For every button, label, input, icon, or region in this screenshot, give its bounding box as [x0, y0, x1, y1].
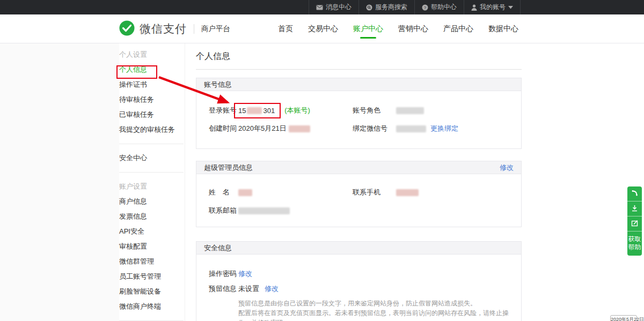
panel-title: 安全信息 [204, 243, 232, 253]
logo-subtitle: 商户平台 [201, 24, 230, 34]
admin-edit-link[interactable]: 修改 [500, 163, 514, 173]
topbar-item-messages[interactable]: 消息中心 [309, 0, 358, 14]
this-account-tag: (本账号) [284, 106, 310, 115]
account-info-panel-body: 登录账号 15 301 (本账号) 账号角色 [196, 91, 521, 148]
account-role-label: 账号角色 [353, 106, 396, 115]
topbar-item-label: 帮助中心 [431, 3, 457, 12]
operation-password-edit-link[interactable]: 修改 [238, 269, 252, 279]
left-gutter [0, 43, 119, 321]
sidebar-item-operation-certificate[interactable]: 操作证书 [119, 77, 185, 92]
download-button[interactable] [627, 201, 642, 217]
topbar: 消息中心 服务商搜索 ? 帮助中心 我的账号 [0, 0, 644, 14]
super-admin-panel-header: 超级管理员信息 修改 [196, 161, 521, 174]
redacted-contact-email [238, 207, 290, 214]
sidebar: 个人设置 个人信息 操作证书 待审核任务 已审核任务 我提交的审核任务 安全中心… [119, 43, 185, 321]
sidebar-item-api-security[interactable]: API安全 [119, 224, 185, 239]
sidebar-item-face-recognition-devices[interactable]: 刷脸智能设备 [119, 284, 185, 299]
reserved-info-description: 预留信息是由你自己设置的一段文字，用来鉴定网站身份，防止假冒网站造成损失。 配置… [238, 298, 521, 321]
security-info-panel: 安全信息 操作密码 修改 预留信息 未设置 修改 预留信息是由你自己设置的一段文… [196, 241, 522, 321]
created-time-label: 创建时间 [209, 124, 238, 133]
login-account-annotation-box: 15 301 [234, 103, 281, 118]
sidebar-item-review-config[interactable]: 审核配置 [119, 239, 185, 254]
created-time-value: 2020年5月21日 [238, 124, 287, 133]
sidebar-item-wechat-merchant-terminal[interactable]: 微信商户终端 [119, 299, 185, 314]
login-account-prefix: 15 [238, 107, 246, 115]
sidebar-group-personal-settings: 个人设置 [119, 47, 185, 62]
logo-divider [194, 24, 194, 34]
name-label: 姓 名 [209, 188, 238, 197]
redacted-name [238, 189, 252, 196]
redacted-contact-phone [396, 189, 419, 196]
security-info-panel-body: 操作密码 修改 预留信息 未设置 修改 预留信息是由你自己设置的一段文字，用来鉴… [196, 255, 521, 321]
main-nav: 首页 交易中心 账户中心 营销中心 产品中心 数据中心 [278, 14, 518, 43]
page: 消息中心 服务商搜索 ? 帮助中心 我的账号 [0, 0, 644, 321]
nav-item-home[interactable]: 首页 [278, 24, 293, 34]
redacted-login-middle [247, 107, 262, 114]
sidebar-divider [119, 172, 184, 173]
nav-item-product-center[interactable]: 产品中心 [443, 24, 473, 34]
description-line: 配置后将在首页及充值页面显示。若未看到预留信息，表明当前访问的网站存在风险，请终… [238, 308, 521, 321]
nav-item-account-center[interactable]: 账户中心 [353, 24, 383, 34]
nav-item-transaction-center[interactable]: 交易中心 [308, 24, 338, 34]
topbar-item-help-center[interactable]: ? 帮助中心 [414, 0, 464, 14]
contact-phone-label: 联系手机 [353, 188, 396, 197]
sidebar-item-invoice-info[interactable]: 发票信息 [119, 209, 185, 224]
main-content: 个人信息 账号信息 登录账号 15 301 (本账号) [196, 43, 522, 321]
topbar-item-label: 服务商搜索 [375, 3, 407, 12]
topbar-item-my-account[interactable]: 我的账号 [464, 0, 521, 14]
nav-item-marketing-center[interactable]: 营销中心 [398, 24, 428, 34]
user-icon [471, 4, 477, 11]
reserved-info-label: 预留信息 [209, 284, 238, 294]
topbar-item-label: 我的账号 [480, 3, 506, 12]
sidebar-item-wechat-group-management[interactable]: 微信群管理 [119, 254, 185, 269]
bound-wechat-label: 绑定微信号 [353, 124, 396, 133]
svg-text:?: ? [424, 5, 427, 10]
sidebar-item-my-submitted-tasks[interactable]: 我提交的审核任务 [119, 122, 185, 137]
sidebar-item-security-center[interactable]: 安全中心 [119, 151, 185, 166]
operation-password-label: 操作密码 [209, 269, 238, 279]
redacted-bound-wechat [396, 125, 426, 132]
wechat-pay-logo[interactable]: 微信支付 商户平台 [119, 14, 230, 43]
wechat-pay-logo-icon [119, 20, 135, 38]
panel-title: 超级管理员信息 [204, 163, 253, 173]
rebind-link[interactable]: 更换绑定 [430, 124, 458, 133]
reserved-info-edit-link[interactable]: 修改 [265, 284, 279, 294]
date-tooltip: 2020年5月22日 [610, 315, 637, 321]
login-account-suffix: 301 [263, 107, 275, 115]
panel-title: 账号信息 [204, 80, 232, 89]
topbar-item-label: 消息中心 [326, 3, 352, 12]
super-admin-panel-body: 姓 名 联系手机 联系邮箱 [196, 174, 521, 227]
download-icon [631, 204, 638, 214]
sidebar-item-personal-info[interactable]: 个人信息 [119, 62, 185, 77]
nav-item-data-center[interactable]: 数据中心 [488, 24, 518, 34]
search-icon [366, 4, 372, 11]
help-icon: ? [422, 4, 428, 11]
sidebar-divider [119, 144, 184, 144]
floating-help-widget: 获取帮助 [627, 186, 642, 256]
logo-title: 微信支付 [140, 21, 187, 36]
contact-email-label: 联系邮箱 [209, 206, 238, 215]
super-admin-panel: 超级管理员信息 修改 姓 名 联系手机 联系邮箱 [196, 161, 522, 227]
feedback-icon [631, 219, 638, 229]
redacted-created-time [289, 125, 310, 132]
hotline-button[interactable] [627, 186, 642, 201]
sidebar-item-pending-review-tasks[interactable]: 待审核任务 [119, 92, 185, 107]
redacted-account-role [396, 107, 424, 114]
mail-icon [316, 5, 323, 10]
phone-icon [631, 189, 638, 199]
get-help-button[interactable]: 获取帮助 [627, 232, 642, 256]
security-info-panel-header: 安全信息 [196, 242, 521, 255]
page-title: 个人信息 [196, 43, 522, 70]
sidebar-item-reviewed-tasks[interactable]: 已审核任务 [119, 107, 185, 122]
sidebar-item-staff-account-management[interactable]: 员工账号管理 [119, 269, 185, 284]
feedback-button[interactable] [627, 217, 642, 232]
chevron-down-icon [508, 6, 513, 9]
sidebar-group-account-settings: 账户设置 [119, 179, 185, 194]
account-info-panel: 账号信息 登录账号 15 301 (本账号) 账号角色 [196, 78, 522, 149]
account-info-panel-header: 账号信息 [196, 78, 521, 91]
description-line: 预留信息是由你自己设置的一段文字，用来鉴定网站身份，防止假冒网站造成损失。 [238, 298, 521, 308]
header: 微信支付 商户平台 首页 交易中心 账户中心 营销中心 产品中心 数据中心 [0, 14, 644, 43]
reserved-info-value: 未设置 [238, 284, 259, 294]
topbar-item-provider-search[interactable]: 服务商搜索 [358, 0, 414, 14]
sidebar-item-merchant-info[interactable]: 商户信息 [119, 194, 185, 209]
